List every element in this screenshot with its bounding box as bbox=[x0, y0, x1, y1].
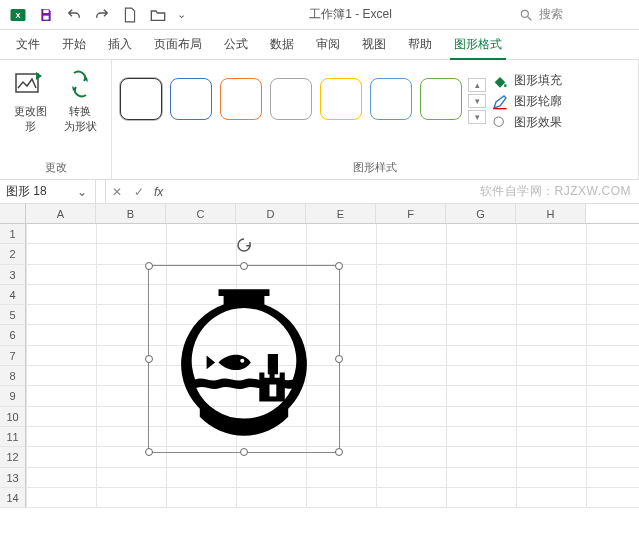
svg-rect-13 bbox=[270, 385, 277, 397]
ribbon-group-change: 更改图 形 转换 为形状 更改 bbox=[0, 60, 112, 179]
change-graphic-button[interactable]: 更改图 形 bbox=[8, 66, 52, 134]
shape-style-preset-4[interactable] bbox=[320, 78, 362, 120]
name-box-dropdown-icon[interactable]: ⌄ bbox=[75, 185, 89, 199]
shape-style-gallery[interactable] bbox=[120, 66, 462, 120]
save-icon[interactable] bbox=[34, 3, 58, 27]
tab-home[interactable]: 开始 bbox=[52, 30, 96, 59]
ribbon-group-change-label: 更改 bbox=[8, 158, 103, 177]
row-header-5[interactable]: 5 bbox=[0, 305, 26, 325]
rotation-handle-icon[interactable] bbox=[235, 236, 253, 254]
shape-style-preset-1[interactable] bbox=[170, 78, 212, 120]
shape-effects-button[interactable]: 图形效果 bbox=[492, 114, 580, 131]
row-header-8[interactable]: 8 bbox=[0, 366, 26, 386]
shape-style-side: 图形填充 图形轮廓 图形效果 bbox=[492, 66, 580, 131]
pen-outline-icon bbox=[492, 94, 508, 110]
formula-input-area[interactable]: ✕ ✓ fx 软件自学网：RJZXW.COM bbox=[106, 180, 639, 203]
gallery-scroll[interactable]: ▴ ▾ ▾ bbox=[468, 66, 486, 124]
gallery-scroll-up-icon[interactable]: ▴ bbox=[468, 78, 486, 92]
row-header-7[interactable]: 7 bbox=[0, 346, 26, 366]
redo-icon[interactable] bbox=[90, 3, 114, 27]
column-header-F[interactable]: F bbox=[376, 204, 446, 223]
row-header-10[interactable]: 10 bbox=[0, 407, 26, 427]
row-header-2[interactable]: 2 bbox=[0, 244, 26, 264]
shape-style-preset-5[interactable] bbox=[370, 78, 412, 120]
qat-overflow-icon[interactable]: ⌄ bbox=[174, 3, 188, 27]
resize-handle-bl[interactable] bbox=[145, 448, 153, 456]
tab-review[interactable]: 审阅 bbox=[306, 30, 350, 59]
column-header-E[interactable]: E bbox=[306, 204, 376, 223]
row-2-cells[interactable] bbox=[26, 244, 639, 264]
column-header-B[interactable]: B bbox=[96, 204, 166, 223]
worksheet-grid[interactable]: ABCDEFGH 1234567891011121314 bbox=[0, 204, 639, 508]
shape-outline-button[interactable]: 图形轮廓 bbox=[492, 93, 580, 110]
row-header-11[interactable]: 11 bbox=[0, 427, 26, 447]
svg-rect-2 bbox=[43, 9, 48, 12]
row-1-cells[interactable] bbox=[26, 224, 639, 244]
shape-style-preset-0[interactable] bbox=[120, 78, 162, 120]
shape-fill-button[interactable]: 图形填充 bbox=[492, 72, 580, 89]
resize-handle-t[interactable] bbox=[240, 262, 248, 270]
fish-bowl-icon bbox=[157, 274, 331, 444]
new-file-icon[interactable] bbox=[118, 3, 142, 27]
gallery-scroll-down-icon[interactable]: ▾ bbox=[468, 94, 486, 108]
shape-style-preset-2[interactable] bbox=[220, 78, 262, 120]
name-box[interactable]: 图形 18 ⌄ bbox=[0, 180, 96, 203]
row-header-14[interactable]: 14 bbox=[0, 488, 26, 508]
gallery-expand-icon[interactable]: ▾ bbox=[468, 110, 486, 124]
cancel-icon[interactable]: ✕ bbox=[106, 185, 128, 199]
row-header-12[interactable]: 12 bbox=[0, 447, 26, 467]
tab-file[interactable]: 文件 bbox=[6, 30, 50, 59]
selected-shape[interactable] bbox=[148, 265, 340, 453]
tab-formulas[interactable]: 公式 bbox=[214, 30, 258, 59]
svg-point-7 bbox=[504, 84, 507, 87]
tab-view[interactable]: 视图 bbox=[352, 30, 396, 59]
column-header-G[interactable]: G bbox=[446, 204, 516, 223]
resize-handle-r[interactable] bbox=[335, 355, 343, 363]
column-headers: ABCDEFGH bbox=[0, 204, 639, 224]
excel-app-icon: X bbox=[6, 3, 30, 27]
tab-insert[interactable]: 插入 bbox=[98, 30, 142, 59]
svg-text:X: X bbox=[15, 11, 20, 20]
resize-handle-tl[interactable] bbox=[145, 262, 153, 270]
ribbon-group-styles-label: 图形样式 bbox=[120, 158, 630, 177]
shape-style-preset-6[interactable] bbox=[420, 78, 462, 120]
tab-page-layout[interactable]: 页面布局 bbox=[144, 30, 212, 59]
row-header-6[interactable]: 6 bbox=[0, 325, 26, 345]
row-header-13[interactable]: 13 bbox=[0, 468, 26, 488]
search-icon bbox=[519, 8, 533, 22]
effects-icon bbox=[492, 115, 508, 131]
tab-shape-format[interactable]: 图形格式 bbox=[444, 30, 512, 59]
column-header-H[interactable]: H bbox=[516, 204, 586, 223]
row-13-cells[interactable] bbox=[26, 468, 639, 488]
row-header-4[interactable]: 4 bbox=[0, 285, 26, 305]
select-all-corner[interactable] bbox=[0, 204, 26, 223]
column-header-C[interactable]: C bbox=[166, 204, 236, 223]
convert-to-shape-button[interactable]: 转换 为形状 bbox=[58, 66, 102, 134]
shape-style-preset-3[interactable] bbox=[270, 78, 312, 120]
shape-fill-label: 图形填充 bbox=[514, 72, 562, 89]
change-graphic-icon bbox=[12, 66, 48, 102]
resize-handle-br[interactable] bbox=[335, 448, 343, 456]
row-14-cells[interactable] bbox=[26, 488, 639, 508]
row-header-9[interactable]: 9 bbox=[0, 386, 26, 406]
window-title: 工作簿1 - Excel bbox=[192, 6, 509, 23]
row-header-1[interactable]: 1 bbox=[0, 224, 26, 244]
undo-icon[interactable] bbox=[62, 3, 86, 27]
change-graphic-label: 更改图 形 bbox=[14, 105, 47, 132]
open-folder-icon[interactable] bbox=[146, 3, 170, 27]
tab-data[interactable]: 数据 bbox=[260, 30, 304, 59]
title-bar: X ⌄ 工作簿1 - Excel 搜索 bbox=[0, 0, 639, 30]
enter-icon[interactable]: ✓ bbox=[128, 185, 150, 199]
resize-handle-b[interactable] bbox=[240, 448, 248, 456]
search-box[interactable]: 搜索 bbox=[513, 6, 633, 23]
tab-help[interactable]: 帮助 bbox=[398, 30, 442, 59]
column-header-D[interactable]: D bbox=[236, 204, 306, 223]
resize-handle-l[interactable] bbox=[145, 355, 153, 363]
fx-icon[interactable]: fx bbox=[150, 185, 167, 199]
column-header-A[interactable]: A bbox=[26, 204, 96, 223]
ribbon-tabs: 文件 开始 插入 页面布局 公式 数据 审阅 视图 帮助 图形格式 bbox=[0, 30, 639, 60]
resize-handle-tr[interactable] bbox=[335, 262, 343, 270]
search-placeholder: 搜索 bbox=[539, 6, 563, 23]
formula-bar-separator bbox=[96, 180, 106, 203]
row-header-3[interactable]: 3 bbox=[0, 265, 26, 285]
